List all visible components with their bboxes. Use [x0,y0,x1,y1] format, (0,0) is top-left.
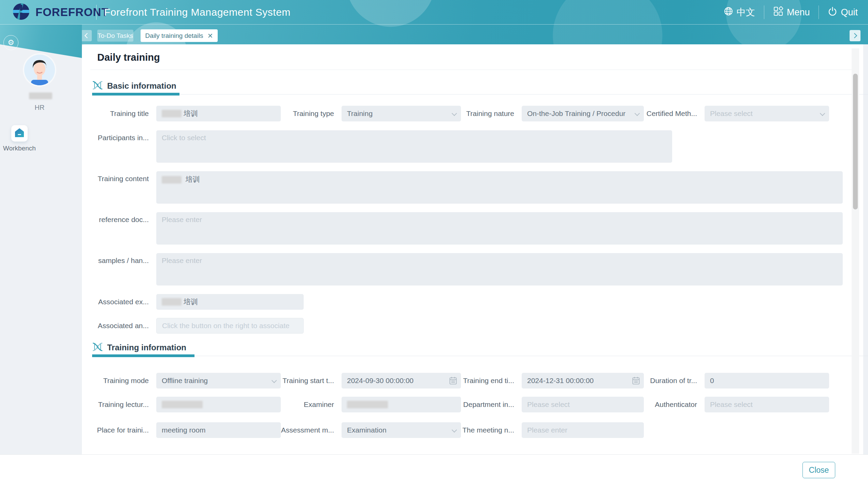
certified-method-select[interactable]: Please select [705,106,829,121]
authenticator-select[interactable]: Please select [705,397,829,412]
tab-daily-training-details[interactable]: Daily training details ✕ [141,29,218,42]
field-label: Training mode [96,377,153,385]
training-lecturer-input[interactable] [156,397,281,412]
app-title: Forefront Training Management System [104,6,291,18]
training-end-datepicker[interactable]: 2024-12-31 00:00:00 [522,373,644,389]
close-button[interactable]: Close [802,462,835,478]
scrollbar-thumb[interactable] [853,74,858,209]
field-label: Participants in... [96,130,153,142]
forefront-logo-icon [12,2,31,23]
field-placeholder: Please select [710,400,753,409]
tab-todo-tasks[interactable]: To-Do Tasks [97,30,133,42]
dna-icon [92,80,103,91]
field-label: reference doc... [96,212,153,224]
chevron-down-icon [635,111,640,116]
sidebar-item-workbench[interactable] [11,125,28,142]
field-placeholder: Please select [527,400,570,409]
training-nature-select[interactable]: On-the-Job Training / Procedur [522,106,644,121]
page-title: Daily training [97,52,160,63]
menu-button[interactable]: Menu [773,6,810,19]
sidebar: HR Workbench [0,25,82,454]
footer-bar: Close [0,454,868,483]
field-value: Offline training [162,377,208,385]
tab-close-icon[interactable]: ✕ [207,32,213,39]
field-value: 培训 [184,297,198,307]
quit-label: Quit [841,7,858,18]
field-value: meeting room [162,426,205,434]
calendar-icon [449,377,457,386]
tabs-scroll-left-button[interactable] [81,30,92,41]
field-label: Training end ti... [461,377,518,385]
field-label: Place for traini... [96,426,153,434]
language-switch[interactable]: 中文 [724,6,755,18]
tabs-scroll-right-button[interactable] [850,30,860,41]
app-header: FOREFRONT Forefront Training Management … [0,0,868,25]
duration-input[interactable]: 0 [705,373,829,389]
header-separator [819,5,819,19]
scrollbar-track[interactable] [852,48,859,454]
associated-exam-input[interactable]: 培训 [156,294,304,310]
redacted-text [162,401,203,408]
chevron-down-icon [820,111,825,116]
settings-gear-button[interactable]: ⚙ [3,35,18,50]
field-value: 0 [710,377,714,385]
field-label: Training content [96,171,153,183]
field-label: samples / han... [96,253,153,265]
samples-handouts-textarea[interactable]: Please enter [156,253,843,286]
field-label: Training nature [461,109,518,118]
examiner-input[interactable] [342,397,461,412]
menu-label: Menu [787,7,810,18]
user-name-redacted [29,92,52,99]
training-content-textarea[interactable]: 培训 [156,171,843,204]
chevron-right-icon [852,33,857,39]
meeting-number-input[interactable]: Please enter [522,422,644,438]
redacted-text [162,298,182,306]
chevron-down-icon [272,378,277,383]
user-avatar [24,55,55,85]
field-label: Department in... [461,400,518,409]
quit-button[interactable]: Quit [828,6,858,18]
redacted-text [347,401,388,408]
menu-grid-icon [773,6,783,19]
section-underline [92,94,868,94]
workbench-label: Workbench [0,145,39,152]
field-label: Training start t... [281,377,338,385]
reference-documents-textarea[interactable]: Please enter [156,212,843,245]
tab-strip: To-Do Tasks Daily training details ✕ [0,25,868,44]
field-value: 2024-12-31 00:00:00 [527,377,594,385]
associated-annex-input[interactable]: Click the button on the right to associa… [156,318,304,334]
place-for-training-input[interactable]: meeting room [156,422,281,438]
training-start-datepicker[interactable]: 2024-09-30 00:00:00 [342,373,461,389]
section-title: Training information [107,343,186,352]
section-title: Basic information [107,81,176,91]
field-placeholder: Click to select [162,134,206,142]
field-value: 培训 [184,109,198,118]
brand-logo: FOREFRONT [0,2,91,23]
language-label: 中文 [737,6,755,18]
field-label: Training lectur... [96,400,153,409]
department-select[interactable]: Please select [522,397,644,412]
workbench-home-icon [14,127,25,140]
daily-training-panel: Daily training Basic information Trainin… [82,44,863,454]
field-value: Training [347,109,373,118]
field-placeholder: Please enter [162,257,202,264]
field-label: Associated ex... [96,298,153,306]
field-value: 培训 [186,175,200,183]
tab-label: Daily training details [145,32,203,40]
tab-label: To-Do Tasks [98,32,133,40]
field-label: Associated an... [96,322,153,330]
assessment-method-select[interactable]: Examination [342,422,461,438]
section-training-information: Training information [92,342,186,353]
participants-textarea[interactable]: Click to select [156,130,672,163]
training-type-select[interactable]: Training [342,106,461,121]
field-placeholder: Please enter [527,426,567,434]
redacted-text [162,176,182,184]
field-placeholder: Click the button on the right to associa… [162,322,290,330]
power-icon [828,6,837,18]
header-separator [764,5,764,19]
chevron-down-icon [452,111,457,116]
section-underline [92,356,868,356]
training-title-input[interactable]: 培训 [156,106,281,121]
training-mode-select[interactable]: Offline training [156,373,281,389]
chevron-left-icon [84,33,90,39]
